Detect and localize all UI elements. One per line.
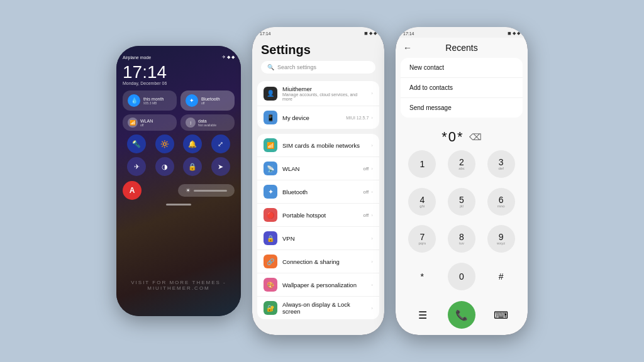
flashlight-icon[interactable]: 🔦 [127,134,146,153]
torch-icon[interactable]: 🔆 [155,134,174,153]
dial-key-4[interactable]: 4 ghi [408,188,436,216]
bluetooth-tile-status: off [201,101,220,105]
contrast-icon[interactable]: ◑ [155,157,174,176]
always-on-text: Always-on display & Lock screen [282,301,366,315]
new-contact-item[interactable]: New contact [401,58,523,78]
back-button[interactable]: ← [403,43,412,53]
sim-text: SIM cards & mobile networks [282,142,366,149]
vpn-item[interactable]: 🔒 VPN › [257,227,379,250]
search-placeholder: Search settings [277,64,316,70]
hotspot-label: Portable hotspot [282,212,358,219]
send-icon[interactable]: ➤ [211,157,230,176]
miui-version: MIUI 12.5.7 [346,116,369,120]
always-on-item[interactable]: 🔐 Always-on display & Lock screen › [257,297,379,319]
menu-button[interactable]: ☰ [411,304,434,326]
always-on-icon: 🔐 [264,301,277,315]
add-to-contacts-item[interactable]: Add to contacts [401,78,523,98]
data-tile-line2: 935.3 MB [143,101,164,105]
dial-key-0[interactable]: 0 [448,263,475,290]
icon-row-1: 🔦 🔆 🔔 ⤢ [123,134,235,153]
dial-key-9[interactable]: 9 wxyz [487,225,515,253]
bluetooth-settings-icon: ✦ [264,185,277,199]
my-device-right: MIUI 12.5.7 › [346,115,373,121]
connection-sharing-item[interactable]: 🔗 Connection & sharing › [257,250,379,273]
dial-key-hash[interactable]: # [487,263,515,290]
key-2-num: 2 [459,158,464,167]
watermark: VISIT FOR MORE THEMES - MIUITHEMER.COM [116,280,241,291]
search-bar[interactable]: 🔍 Search settings [261,61,375,74]
lock-icon[interactable]: 🔒 [183,157,202,176]
dial-bottom-bar: ☰ 📞 ⌨ [396,296,528,335]
wlan-tile-label: WLAN [140,119,153,123]
backspace-button[interactable]: ⌫ [469,132,482,142]
mobile-data-tile[interactable]: ↕ data Not available [180,114,235,131]
sim-item[interactable]: 📶 SIM cards & mobile networks › [257,134,379,157]
wlan-tile[interactable]: 📶 WLAN off [123,114,177,131]
vpn-text: VPN [282,235,366,242]
key-0-num: 0 [459,272,464,281]
brightness-tile[interactable]: ☀ [178,184,235,197]
send-message-item[interactable]: Send message [401,98,523,118]
home-indicator[interactable] [166,204,191,206]
bluetooth-chevron: › [371,189,373,195]
settings-header: Settings 🔍 Search settings [252,38,384,81]
data-tile-line1: this month [143,97,164,101]
phone1-screen: Airplane mode ✈ ◆ ◆ 17:14 Monday, Decemb… [116,46,241,316]
dialer-display: *0* ⌫ [396,123,528,150]
dial-key-7[interactable]: 7 pqrs [408,225,436,253]
wallpaper-text: Wallpaper & personalization [282,282,366,288]
miuithemer-item[interactable]: 👤 Miuithemer Manage accounts, cloud serv… [257,81,379,106]
wlan-tile-status: off [140,123,153,127]
wlan-right: off › [364,166,373,172]
wallpaper-icon: 🎨 [264,278,277,292]
wallpaper-item[interactable]: 🎨 Wallpaper & personalization › [257,273,379,297]
airplane-icon[interactable]: ✈ [127,157,146,176]
status-bar-3: 17:14 ◼ ◆ ◆ [396,27,528,38]
key-star-num: * [421,272,424,281]
vpn-label: VPN [282,235,366,242]
bluetooth-tile[interactable]: ✦ Bluetooth off [180,90,235,111]
data-icon: 💧 [128,94,140,107]
bluetooth-settings-label: Bluetooth [282,189,358,195]
status-time-3: 17:14 [403,31,414,36]
expand-icon[interactable]: ⤢ [211,134,230,153]
dial-key-3[interactable]: 3 def [487,150,515,178]
sim-label: SIM cards & mobile networks [282,142,366,149]
connection-sharing-text: Connection & sharing [282,258,366,265]
key-6-letters: mno [497,204,505,208]
hotspot-item[interactable]: 🔴 Portable hotspot off › [257,204,379,227]
dial-key-1[interactable]: 1 [408,150,436,178]
profile-button[interactable]: A [123,181,142,200]
sim-icon: 📶 [264,138,277,152]
wallpaper-chevron: › [371,282,373,288]
date-display: Monday, December 06 [123,81,235,85]
connection-sharing-label: Connection & sharing [282,258,366,265]
phone-2: 17:14 ◼ ◆ ◆ Settings 🔍 Search settings 👤… [252,27,384,335]
dial-key-star[interactable]: * [408,263,436,290]
data-tile[interactable]: 💧 this month 935.3 MB [123,90,177,111]
wlan-chevron: › [371,166,373,172]
wlan-settings-label: WLAN [282,165,358,172]
always-on-chevron: › [371,305,373,311]
bell-icon[interactable]: 🔔 [183,134,202,153]
bluetooth-tile-label: Bluetooth [201,97,220,101]
dial-key-8[interactable]: 8 tuv [448,225,475,253]
call-button[interactable]: 📞 [448,301,475,329]
bluetooth-status: off [364,189,369,195]
dial-key-6[interactable]: 6 mno [487,188,515,216]
phone-1: Airplane mode ✈ ◆ ◆ 17:14 Monday, Decemb… [116,46,241,316]
wlan-item[interactable]: 📡 WLAN off › [257,157,379,180]
sun-icon: ☀ [186,187,191,194]
dial-key-2[interactable]: 2 abc [448,150,475,178]
dialpad-button[interactable]: ⌨ [489,304,512,326]
my-device-item[interactable]: 📱 My device MIUI 12.5.7 › [257,106,379,129]
my-device-label: My device [282,114,341,121]
wlan-status: off [364,166,369,172]
hotspot-text: Portable hotspot [282,212,358,219]
dial-key-5[interactable]: 5 jkl [448,188,475,216]
settings-title: Settings [261,43,375,57]
bluetooth-item[interactable]: ✦ Bluetooth off › [257,180,379,204]
key-3-letters: def [498,167,503,170]
connection-sharing-icon: 🔗 [264,255,277,268]
connection-sharing-chevron: › [371,259,373,265]
